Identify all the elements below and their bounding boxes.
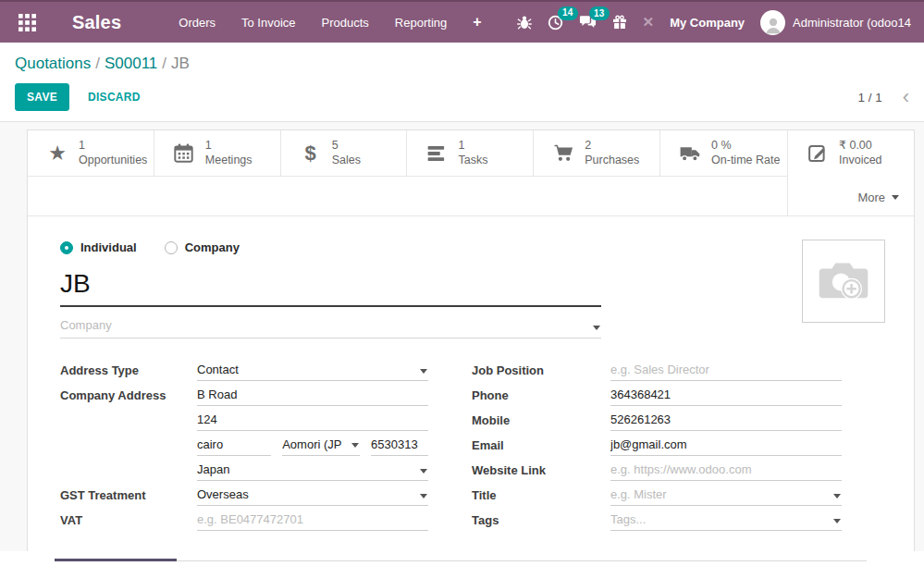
app-title[interactable]: Sales [72, 12, 121, 33]
stat-label: Sales [332, 154, 361, 168]
contact-name-input[interactable] [60, 257, 601, 307]
company-input[interactable] [60, 312, 601, 338]
radio-individual[interactable]: Individual [60, 240, 137, 254]
stat-label: Opportunities [79, 154, 147, 168]
chevron-down-icon[interactable] [420, 494, 427, 498]
city-input[interactable] [197, 436, 271, 456]
stat-label: On-time Rate [711, 154, 780, 168]
add-menu-button[interactable]: + [463, 10, 490, 34]
star-icon: ★ [46, 143, 68, 164]
more-label: More [857, 191, 885, 204]
breadcrumb: Quotations/S00011/JB [0, 43, 924, 77]
breadcrumb-current: JB [171, 55, 190, 72]
activities-clock-icon[interactable]: 14 [548, 15, 563, 31]
tags-label: Tags [472, 511, 610, 527]
radio-company-label: Company [185, 240, 240, 254]
state-select[interactable] [282, 436, 360, 456]
pager-previous-icon[interactable]: ‹ [903, 91, 909, 104]
chevron-down-icon[interactable] [833, 519, 841, 523]
notebook-tabs-strip[interactable] [55, 558, 867, 561]
stat-button-purchases[interactable]: 2Purchases [534, 130, 660, 176]
stat-value: 1 [79, 139, 147, 154]
stat-label: Meetings [205, 154, 253, 168]
mobile-label: Mobile [472, 411, 610, 427]
radio-individual-icon [60, 241, 73, 254]
form-background: ★ 1Opportunities 1Meetings $ 5Sales [0, 122, 924, 551]
stat-value: 1 [458, 139, 487, 154]
cart-icon [552, 144, 574, 162]
user-name: Administrator (odoo14 [793, 16, 911, 30]
gst-treatment-select[interactable] [197, 486, 428, 506]
website-link-label: Website Link [472, 461, 610, 477]
stat-button-ontime-rate[interactable]: 0 %On-time Rate [660, 130, 787, 176]
breadcrumb-s00011[interactable]: S00011 [105, 55, 157, 72]
tags-select[interactable] [610, 511, 842, 531]
stat-button-sales[interactable]: $ 5Sales [281, 130, 408, 176]
messages-icon[interactable]: 13 [579, 15, 597, 30]
calendar-icon [173, 143, 195, 163]
contact-image-upload[interactable] [802, 240, 885, 323]
gst-treatment-label: GST Treatment [60, 486, 197, 502]
country-select[interactable] [197, 461, 428, 481]
stat-button-tasks[interactable]: 1Tasks [407, 130, 534, 176]
main-menu: Orders To Invoice Products Reporting + [169, 10, 490, 35]
stat-button-invoiced[interactable]: ₹ 0.00Invoiced [788, 130, 914, 177]
save-button[interactable]: SAVE [15, 83, 69, 111]
chevron-down-icon[interactable] [420, 369, 427, 374]
messages-count-badge: 13 [589, 6, 610, 20]
more-button[interactable]: More [857, 191, 914, 215]
apps-grid-icon[interactable] [18, 13, 37, 31]
job-position-input[interactable] [610, 361, 842, 381]
form-right-column: Job Position Phone Mobile [472, 361, 842, 535]
menu-to-invoice[interactable]: To Invoice [232, 10, 305, 35]
chevron-down-icon[interactable] [593, 326, 600, 330]
street-input[interactable] [197, 386, 428, 406]
stat-value: 1 [205, 139, 253, 154]
user-menu[interactable]: Administrator (odoo14 [760, 10, 911, 35]
top-navbar: Sales Orders To Invoice Products Reporti… [0, 0, 924, 43]
invoice-icon [807, 144, 829, 163]
close-icon[interactable]: ✕ [643, 14, 655, 31]
discard-button[interactable]: DISCARD [77, 84, 152, 110]
email-label: Email [472, 436, 610, 452]
activities-count-badge: 14 [558, 6, 578, 20]
email-input[interactable] [610, 436, 842, 456]
street2-input[interactable] [197, 411, 428, 431]
stat-label: Tasks [458, 154, 487, 168]
chevron-down-icon[interactable] [351, 443, 359, 448]
stat-value: 0 % [711, 139, 780, 154]
stat-label: Invoiced [839, 154, 882, 168]
company-switcher[interactable]: My Company [670, 16, 745, 30]
menu-orders[interactable]: Orders [169, 10, 225, 35]
stat-button-box: ★ 1Opportunities 1Meetings $ 5Sales [28, 130, 914, 216]
gift-icon[interactable] [612, 15, 627, 30]
chevron-down-icon[interactable] [420, 469, 427, 474]
menu-reporting[interactable]: Reporting [386, 10, 456, 35]
stat-button-opportunities[interactable]: ★ 1Opportunities [28, 130, 154, 176]
mobile-input[interactable] [610, 411, 842, 431]
control-panel: SAVE DISCARD 1 / 1 ‹ [0, 77, 924, 122]
pager: 1 / 1 ‹ [857, 91, 909, 105]
stat-button-meetings[interactable]: 1Meetings [154, 130, 281, 176]
stat-value: 2 [585, 139, 639, 154]
menu-products[interactable]: Products [313, 10, 378, 35]
pager-value: 1 / 1 [857, 91, 881, 105]
phone-label: Phone [472, 386, 610, 402]
phone-input[interactable] [610, 386, 842, 406]
form-sheet: ★ 1Opportunities 1Meetings $ 5Sales [27, 129, 915, 551]
radio-company[interactable]: Company [165, 240, 240, 254]
tabs-top-border [177, 560, 867, 561]
zip-input[interactable] [371, 436, 428, 456]
address-type-select[interactable] [197, 361, 428, 381]
chevron-down-icon[interactable] [833, 494, 841, 498]
camera-plus-icon [817, 257, 870, 305]
title-select[interactable] [610, 486, 842, 506]
company-address-label: Company Address [60, 386, 197, 402]
bug-icon[interactable] [517, 15, 532, 30]
stat-box-right: ₹ 0.00Invoiced More [787, 130, 914, 215]
website-input[interactable] [610, 461, 842, 481]
breadcrumb-quotations[interactable]: Quotations [15, 55, 91, 72]
company-type-radios: Individual Company [60, 240, 881, 254]
stat-value: ₹ 0.00 [839, 139, 882, 154]
vat-input[interactable] [197, 511, 428, 531]
